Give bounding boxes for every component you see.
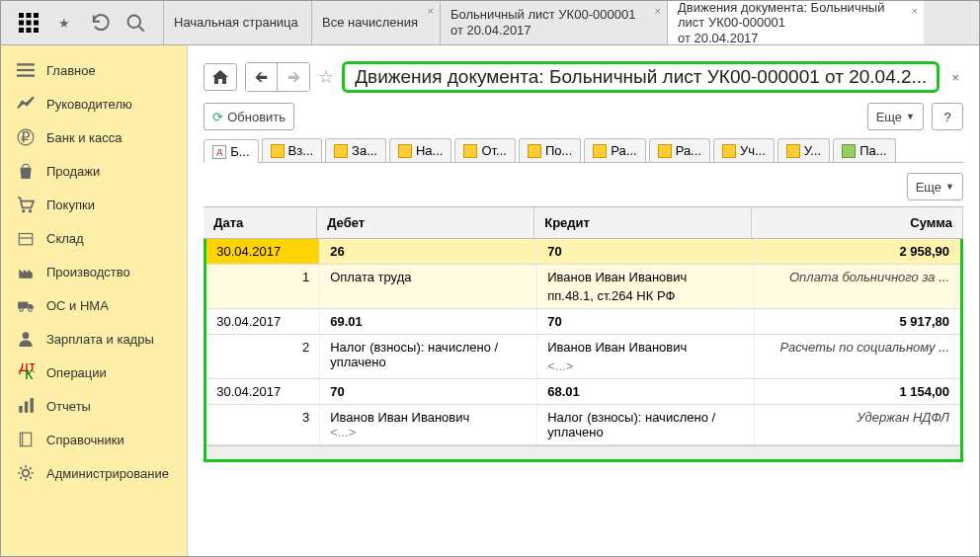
subtab-label: У...	[804, 143, 821, 158]
sidebar-item-label: Справочники	[46, 433, 124, 447]
svg-rect-2	[34, 13, 39, 18]
cell-debit-desc: Иванов Иван Иванович<...>	[320, 405, 537, 444]
subtab[interactable]: По...	[519, 138, 581, 162]
table-row[interactable]: 30.04.20177068.011 154,00	[206, 379, 960, 405]
svg-line-10	[139, 27, 144, 32]
back-button[interactable]: 🡰	[246, 63, 278, 91]
home-button[interactable]	[204, 63, 237, 91]
sidebar-item-label: Склад	[46, 231, 84, 246]
history-icon[interactable]	[90, 13, 110, 33]
table-row-detail[interactable]: 1Оплата трудаИванов Иван Ивановичпп.48.1…	[206, 265, 960, 309]
subtab[interactable]: ДБ...	[204, 139, 258, 163]
topbar: ★ Начальная страницаВсе начисления×Больн…	[1, 1, 979, 45]
sidebar-item[interactable]: Справочники	[1, 423, 187, 456]
star-icon[interactable]: ★	[54, 13, 74, 33]
book-icon	[17, 431, 35, 448]
sidebar-item-label: Производство	[46, 265, 130, 279]
sidebar-item[interactable]: ОС и НМА	[1, 288, 187, 322]
inner-more-button[interactable]: Еще ▼	[907, 173, 963, 200]
ruble-icon: ₽	[17, 128, 35, 146]
sidebar-item[interactable]: Продажи	[1, 154, 187, 188]
sidebar-item[interactable]: Отчеты	[1, 389, 187, 423]
cell-num: 1	[206, 265, 320, 308]
cell-credit-desc: Иванов Иван Иванович<...>	[537, 335, 755, 378]
apps-icon[interactable]	[19, 13, 39, 33]
table-row-detail[interactable]: 3Иванов Иван Иванович<...>Налог (взносы)…	[206, 405, 960, 445]
sidebar-item[interactable]: Администрирование	[1, 456, 187, 490]
cell-num: 2	[206, 335, 320, 378]
grid[interactable]: 30.04.201726702 958,901Оплата трудаИвано…	[204, 239, 963, 462]
sidebar-item-label: Продажи	[46, 164, 100, 179]
top-tab[interactable]: Больничный лист УК00-000001от 20.04.2017…	[440, 1, 667, 44]
cell-credit-acct: 70	[537, 239, 755, 264]
col-debit-header[interactable]: Дебет	[317, 207, 534, 238]
table-row[interactable]: 30.04.201769.01705 917,80	[206, 309, 960, 335]
subtab[interactable]: Па...	[833, 138, 895, 162]
inner-more-label: Еще	[916, 180, 941, 195]
subtab[interactable]: За...	[325, 138, 386, 162]
svg-rect-11	[17, 63, 35, 65]
cell-sum-desc: Расчеты по социальному ...	[755, 335, 960, 378]
sidebar-item[interactable]: Производство	[1, 255, 187, 288]
svg-rect-20	[18, 302, 28, 309]
cell-sum-desc: Удержан НДФЛ	[755, 405, 960, 444]
scrollbar-horizontal[interactable]	[206, 445, 960, 459]
svg-rect-13	[17, 75, 35, 77]
refresh-label: Обновить	[227, 110, 286, 124]
sidebar-item[interactable]: ₽Банк и касса	[1, 120, 187, 154]
subtab-icon	[271, 144, 285, 158]
sidebar-item-label: Главное	[46, 63, 96, 78]
sidebar-item-label: Зарплата и кадры	[46, 332, 154, 347]
top-tab[interactable]: Начальная страница	[163, 1, 311, 44]
top-tab[interactable]: Все начисления×	[311, 1, 440, 44]
col-sum-header[interactable]: Сумма	[752, 207, 963, 238]
cell-date: 30.04.2017	[206, 239, 320, 264]
cell-sum-desc: Оплата больничного за ...	[755, 265, 960, 308]
top-tab[interactable]: Движения документа: Больничный лист УК00…	[667, 1, 924, 44]
menu-icon	[17, 61, 35, 79]
favorite-star-icon[interactable]: ☆	[318, 66, 334, 88]
help-button[interactable]: ?	[932, 103, 963, 130]
svg-rect-8	[34, 28, 39, 33]
more-button[interactable]: Еще ▼	[867, 103, 924, 130]
sidebar-item[interactable]: Главное	[1, 53, 187, 87]
sidebar-item[interactable]: Зарплата и кадры	[1, 322, 187, 356]
subtab[interactable]: У...	[777, 138, 830, 162]
svg-point-16	[22, 209, 25, 212]
subtab-icon	[658, 144, 672, 158]
sidebar-item[interactable]: Склад	[1, 221, 187, 255]
tab-close-icon[interactable]: ×	[428, 5, 434, 17]
subtab[interactable]: Ра...	[584, 138, 645, 162]
col-date-header[interactable]: Дата	[204, 207, 317, 238]
search-icon[interactable]	[125, 13, 145, 33]
subtab-icon	[398, 144, 412, 158]
cell-debit-acct: 69.01	[320, 309, 537, 334]
cell-debit-acct: 70	[320, 379, 537, 404]
col-credit-header[interactable]: Кредит	[534, 207, 752, 238]
tab-close-icon[interactable]: ×	[912, 5, 918, 17]
close-button[interactable]: ×	[947, 70, 963, 85]
sidebar-item[interactable]: ДтКтОперации	[1, 356, 187, 389]
sidebar-item-label: ОС и НМА	[46, 298, 109, 313]
chevron-down-icon: ▼	[945, 182, 954, 192]
subtab[interactable]: На...	[389, 138, 451, 162]
subtab[interactable]: Вз...	[262, 138, 322, 162]
refresh-button[interactable]: ⟳ Обновить	[204, 103, 294, 130]
chevron-down-icon: ▼	[906, 112, 915, 121]
subtab[interactable]: Уч...	[713, 138, 775, 162]
table-row-detail[interactable]: 2Налог (взносы): начислено / уплаченоИва…	[206, 335, 960, 379]
cell-sum: 1 154,00	[755, 379, 960, 404]
table-row[interactable]: 30.04.201726702 958,90	[206, 239, 960, 265]
tab-close-icon[interactable]: ×	[655, 5, 661, 17]
bars-icon	[17, 397, 35, 415]
svg-rect-12	[17, 69, 35, 71]
forward-button[interactable]: 🡲	[278, 63, 309, 91]
sidebar-item[interactable]: Покупки	[1, 188, 187, 221]
svg-rect-0	[19, 13, 24, 18]
subtab[interactable]: От...	[454, 138, 515, 162]
sidebar-item[interactable]: Руководителю	[1, 87, 187, 120]
subtab[interactable]: Ра...	[649, 138, 710, 162]
dtkt-icon: Д	[212, 145, 226, 159]
cell-credit-desc: Иванов Иван Ивановичпп.48.1, ст.264 НК Р…	[537, 265, 755, 308]
cell-debit-acct: 26	[320, 239, 537, 264]
